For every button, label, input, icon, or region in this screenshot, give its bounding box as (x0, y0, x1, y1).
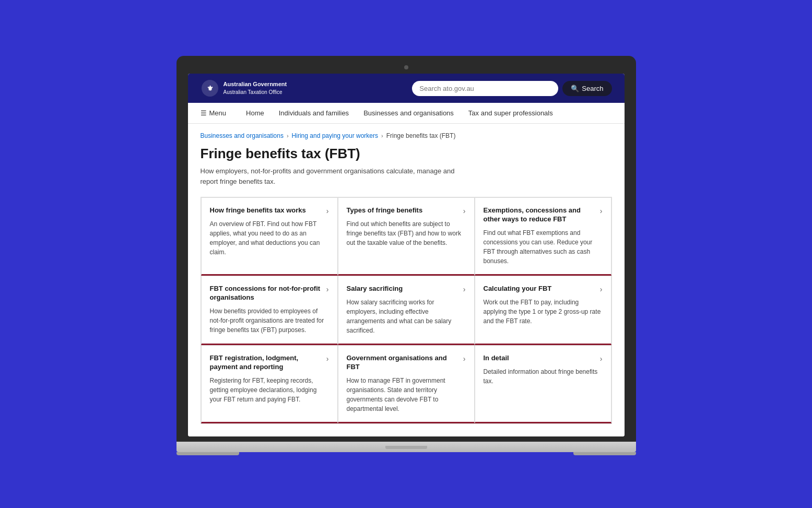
search-button[interactable]: 🔍 Search (562, 81, 611, 96)
breadcrumb-current: Fringe benefits tax (FBT) (386, 132, 456, 139)
logo-line1: Australian Government (223, 80, 287, 88)
card-arrow-icon-types-fringe: › (463, 207, 466, 215)
card-in-detail[interactable]: In detail › Detailed information about f… (475, 345, 611, 423)
card-body-exemptions: Find out what FBT exemptions and concess… (484, 228, 603, 266)
card-header-calculating-fbt: Calculating your FBT › (484, 285, 603, 293)
page-title: Fringe benefits tax (FBT) (201, 146, 612, 162)
card-body-how-fbt-works: An overview of FBT. Find out how FBT app… (210, 219, 329, 257)
search-icon: 🔍 (571, 85, 579, 92)
breadcrumb-sep-1: › (287, 133, 289, 139)
card-body-salary-sacrificing: How salary sacrificing works for employe… (347, 298, 466, 335)
laptop-container: ⚜ Australian Government Australian Taxat… (176, 56, 636, 452)
menu-label: Menu (209, 109, 227, 117)
search-input[interactable] (412, 81, 558, 96)
card-fbt-registration[interactable]: FBT registration, lodgment, payment and … (201, 345, 338, 423)
laptop-foot-right (573, 452, 636, 455)
hamburger-icon: ☰ (201, 109, 207, 117)
card-arrow-icon-fbt-registration: › (326, 355, 329, 363)
screen: ⚜ Australian Government Australian Taxat… (188, 74, 625, 436)
search-button-label: Search (582, 85, 603, 92)
gov-crest-icon: ⚜ (201, 79, 219, 98)
card-body-in-detail: Detailed information about fringe benefi… (484, 367, 603, 386)
nav-link-individuals[interactable]: Individuals and families (272, 103, 356, 123)
card-fbt-nfp[interactable]: FBT concessions for not-for-profit organ… (201, 276, 338, 345)
site-nav: ☰ Menu Home Individuals and families Bus… (188, 103, 625, 124)
breadcrumb: Businesses and organisations › Hiring an… (201, 132, 612, 139)
breadcrumb-hiring[interactable]: Hiring and paying your workers (292, 132, 378, 139)
card-arrow-icon-govt-orgs: › (463, 355, 466, 363)
card-title-salary-sacrificing: Salary sacrificing (347, 285, 463, 293)
card-title-in-detail: In detail (484, 354, 600, 363)
page-subtitle: How employers, not-for-profits and gover… (201, 166, 462, 186)
card-body-calculating-fbt: Work out the FBT to pay, including apply… (484, 298, 603, 326)
card-exemptions[interactable]: Exemptions, concessions and other ways t… (475, 197, 611, 276)
card-title-how-fbt-works: How fringe benefits tax works (210, 206, 326, 215)
card-header-in-detail: In detail › (484, 354, 603, 363)
card-salary-sacrificing[interactable]: Salary sacrificing › How salary sacrific… (338, 276, 475, 345)
card-body-fbt-nfp: How benefits provided to employees of no… (210, 306, 329, 335)
card-arrow-icon-how-fbt-works: › (326, 207, 329, 215)
card-how-fbt-works[interactable]: How fringe benefits tax works › An overv… (201, 197, 338, 276)
card-arrow-icon-in-detail: › (600, 355, 603, 363)
card-header-salary-sacrificing: Salary sacrificing › (347, 285, 466, 293)
menu-button[interactable]: ☰ Menu (201, 103, 235, 123)
card-header-fbt-registration: FBT registration, lodgment, payment and … (210, 354, 329, 372)
cards-grid: How fringe benefits tax works › An overv… (201, 197, 612, 424)
card-title-govt-orgs: Government organisations and FBT (347, 354, 463, 372)
card-arrow-icon-fbt-nfp: › (326, 285, 329, 293)
card-header-exemptions: Exemptions, concessions and other ways t… (484, 206, 603, 224)
search-area: 🔍 Search (412, 81, 611, 96)
nav-link-tax-super[interactable]: Tax and super professionals (461, 103, 560, 123)
card-title-calculating-fbt: Calculating your FBT (484, 285, 600, 293)
card-title-exemptions: Exemptions, concessions and other ways t… (484, 206, 600, 224)
card-types-fringe[interactable]: Types of fringe benefits › Find out whic… (338, 197, 475, 276)
card-govt-orgs[interactable]: Government organisations and FBT › How t… (338, 345, 475, 423)
laptop-foot-left (176, 452, 239, 455)
card-title-types-fringe: Types of fringe benefits (347, 206, 463, 215)
card-header-govt-orgs: Government organisations and FBT › (347, 354, 466, 372)
main-content: Businesses and organisations › Hiring an… (188, 124, 625, 436)
laptop-base (176, 442, 636, 452)
breadcrumb-sep-2: › (381, 133, 383, 139)
screen-bezel: ⚜ Australian Government Australian Taxat… (176, 56, 636, 442)
card-body-fbt-registration: Registering for FBT, keeping records, ge… (210, 376, 329, 404)
logo-text: Australian Government Australian Taxatio… (223, 80, 287, 96)
card-body-types-fringe: Find out which benefits are subject to f… (347, 219, 466, 247)
card-arrow-icon-calculating-fbt: › (600, 285, 603, 293)
nav-link-businesses[interactable]: Businesses and organisations (356, 103, 461, 123)
logo-line2: Australian Taxation Office (223, 89, 283, 95)
card-arrow-icon-salary-sacrificing: › (463, 285, 466, 293)
card-header-types-fringe: Types of fringe benefits › (347, 206, 466, 215)
card-arrow-icon-exemptions: › (600, 207, 603, 215)
site-header: ⚜ Australian Government Australian Taxat… (188, 74, 625, 103)
nav-link-home[interactable]: Home (239, 103, 272, 123)
card-title-fbt-nfp: FBT concessions for not-for-profit organ… (210, 285, 326, 302)
svg-text:⚜: ⚜ (206, 84, 213, 92)
card-calculating-fbt[interactable]: Calculating your FBT › Work out the FBT … (475, 276, 611, 345)
card-title-fbt-registration: FBT registration, lodgment, payment and … (210, 354, 326, 372)
card-header-how-fbt-works: How fringe benefits tax works › (210, 206, 329, 215)
breadcrumb-businesses[interactable]: Businesses and organisations (201, 132, 284, 139)
camera (404, 65, 408, 69)
card-body-govt-orgs: How to manage FBT in government organisa… (347, 376, 466, 414)
logo-area: ⚜ Australian Government Australian Taxat… (201, 79, 287, 98)
card-header-fbt-nfp: FBT concessions for not-for-profit organ… (210, 285, 329, 302)
